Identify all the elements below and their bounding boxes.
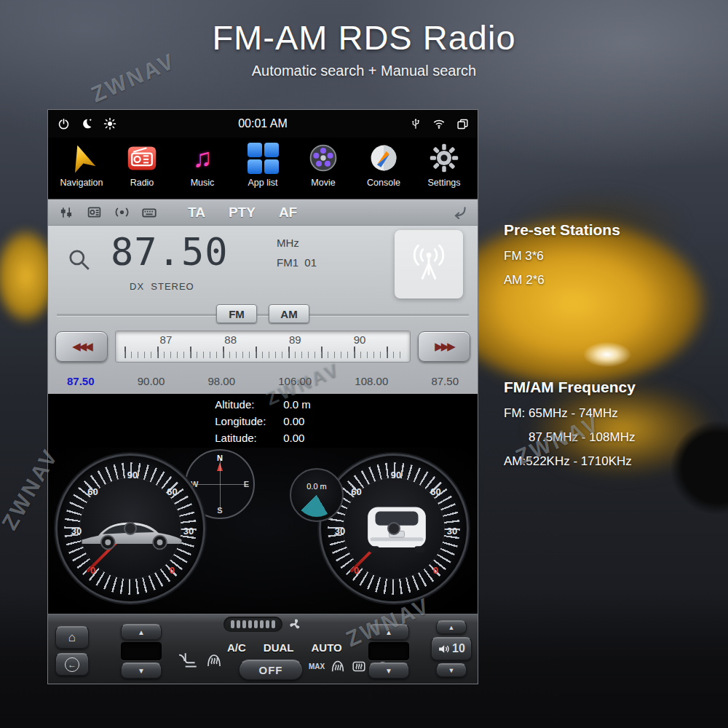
max-defrost-label: MAX [309, 662, 325, 670]
auto-button[interactable]: AUTO [312, 641, 342, 654]
altitude-line: Altitude:0.0 m [215, 396, 311, 413]
front-defrost-icon[interactable] [330, 658, 346, 674]
fan-speed-bars [223, 617, 282, 632]
speaker-icon [438, 643, 450, 655]
car-headlight-glow [574, 337, 641, 372]
preset-station[interactable]: 106.00 [278, 375, 312, 387]
ta-button[interactable]: TA [188, 205, 205, 221]
volume-up-button[interactable]: ▲ [436, 620, 467, 634]
temp-up-button[interactable]: ▲ [368, 624, 409, 640]
app-console[interactable]: Console [355, 141, 413, 199]
music-icon: ♫ [185, 141, 220, 175]
volume-down-button[interactable]: ▼ [436, 663, 467, 677]
down-arrow-icon: ▼ [138, 667, 145, 675]
search-icon[interactable] [67, 248, 92, 275]
up-arrow-icon: ▲ [138, 628, 145, 636]
keyboard-icon[interactable] [141, 205, 157, 221]
seek-up-icon: ▶▶▶ [435, 340, 454, 353]
preset-memory-icon[interactable] [86, 205, 102, 221]
scale-number: 87 [160, 333, 173, 346]
fm-band-button[interactable]: FM [216, 304, 257, 323]
temp-up-button[interactable]: ▲ [121, 624, 162, 640]
longitude-line: Longitude:0.00 [215, 413, 311, 430]
seat-vent-icon[interactable] [178, 651, 199, 670]
preset-station[interactable]: 87.50 [67, 375, 95, 387]
app-settings[interactable]: Settings [415, 141, 473, 199]
compass-south: S [217, 506, 222, 515]
fan-speed-indicator [223, 617, 302, 632]
navigation-icon [64, 141, 99, 175]
preset-am-line: AM 2*6 [504, 273, 722, 288]
mini-gauge-value: 0.0 m [291, 482, 342, 491]
seek-up-button[interactable]: ▶▶▶ [418, 331, 470, 362]
tuner-icon[interactable] [58, 205, 74, 221]
preset-station[interactable]: 98.00 [208, 375, 236, 387]
volume-level: 10 [452, 642, 465, 655]
altitude-mini-gauge: 0.0 m [290, 468, 344, 522]
preset-station[interactable]: 87.50 [431, 375, 459, 387]
scale-minor-ticks [124, 352, 401, 358]
rear-defrost-icon[interactable] [351, 658, 367, 674]
preset-station[interactable]: 108.00 [355, 375, 388, 387]
seek-down-button[interactable]: ◀◀◀ [55, 331, 108, 362]
page: ZWNAV ZWNAV ZWNAV ZWNAV ZWNAV FM-AM RDS … [0, 0, 728, 728]
scale-number: 89 [289, 333, 301, 346]
climate-off-button[interactable]: OFF [239, 660, 303, 680]
volume-button[interactable]: 10 [431, 637, 472, 660]
temp-down-button[interactable]: ▼ [121, 662, 162, 678]
pty-button[interactable]: PTY [229, 205, 256, 221]
broadcast-antenna-icon [406, 242, 451, 287]
signal-icon[interactable] [114, 205, 130, 221]
signal-status: DX STEREO [130, 281, 194, 292]
app-label: Settings [427, 178, 460, 188]
band-selector-row: FM AM [48, 301, 478, 326]
preset-station[interactable]: 90.00 [138, 375, 165, 387]
head-unit-screen: 00:01 AM Navigation [47, 109, 478, 684]
am-band-button[interactable]: AM [269, 304, 309, 323]
radio-icon [124, 141, 159, 175]
dual-button[interactable]: DUAL [264, 641, 294, 654]
preset-stations-block: Pre-set Stations FM 3*6 AM 2*6 [504, 221, 722, 297]
mini-gauge-wedge [295, 473, 339, 517]
gauge-cluster: N E S W 030609060300 [48, 448, 478, 614]
app-label: Navigation [60, 178, 103, 188]
radio-panel: TA PTY AF 87.50 MHz FM1 01 DX STEREO [48, 199, 478, 394]
ac-button[interactable]: A/C [227, 641, 246, 654]
seek-down-icon: ◀◀◀ [72, 340, 91, 353]
app-label: Console [367, 178, 400, 188]
return-arrow-icon: ← [65, 657, 79, 672]
app-radio[interactable]: Radio [113, 141, 171, 199]
compass-needle [217, 462, 223, 471]
app-applist[interactable]: App list [234, 141, 292, 199]
latitude-line: Latitude:0.00 [215, 430, 311, 446]
applist-icon [245, 141, 280, 175]
passenger-temp-stepper: ▲ ▼ [368, 624, 409, 678]
driver-temp-stepper: ▲ ▼ [121, 624, 162, 678]
temp-down-button[interactable]: ▼ [368, 662, 409, 678]
app-navigation[interactable]: Navigation [52, 141, 111, 199]
up-arrow-icon: ▲ [385, 628, 392, 636]
movie-icon [306, 141, 341, 175]
frequency-range-heading: FM/AM Frequency [504, 379, 722, 396]
frequency-range-block: FM/AM Frequency FM: 65MHz - 74MHz 87.5MH… [504, 379, 722, 478]
climate-bar: ⌂ ← ▲ ▼ [48, 614, 478, 684]
app-label: Music [191, 178, 215, 188]
af-button[interactable]: AF [279, 205, 297, 221]
home-button[interactable]: ⌂ [55, 626, 89, 649]
app-music[interactable]: ♫ Music [173, 141, 232, 199]
page-title: FM-AM RDS Radio [0, 17, 728, 58]
page-subtitle: Automatic search + Manual search [0, 63, 728, 79]
return-button[interactable]: ← [55, 653, 89, 676]
radio-display: 87.50 MHz FM1 01 DX STEREO [48, 226, 478, 301]
tuning-row: ◀◀◀ 87 88 89 90 ▶▶▶ [48, 326, 478, 367]
band-preset-info: FM1 01 [277, 257, 317, 268]
app-label: App list [248, 178, 278, 188]
compass-north: N [217, 454, 223, 462]
gauge-hub [124, 522, 137, 535]
down-arrow-icon: ▼ [385, 667, 392, 675]
temp-display [368, 642, 409, 660]
left-speed-gauge: 030609060300 [55, 454, 205, 604]
windshield-vent-icon[interactable] [205, 652, 223, 669]
back-icon[interactable] [451, 205, 467, 221]
app-movie[interactable]: Movie [294, 141, 352, 199]
